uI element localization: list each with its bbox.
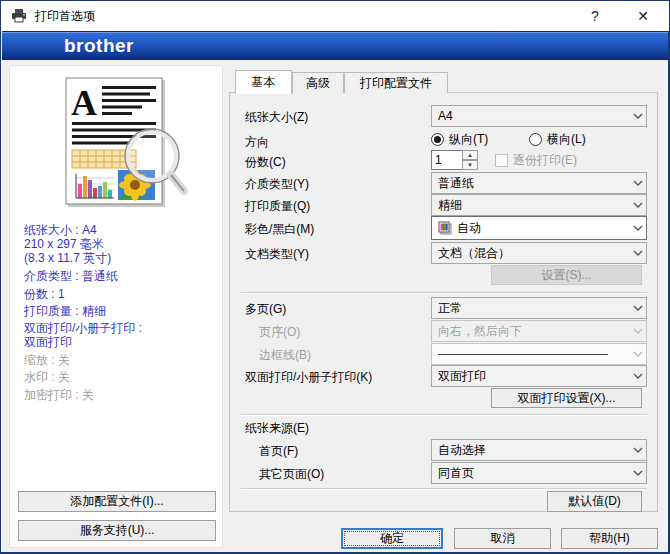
orientation-portrait-label: 纵向(T) (449, 131, 488, 148)
window-title: 打印首选项 (35, 8, 95, 25)
multipage-value: 正常 (438, 300, 462, 317)
separator (241, 292, 647, 294)
color-mode-select[interactable]: 自动 (431, 216, 647, 240)
summary-copies: 份数 : 1 (24, 286, 65, 303)
summary-secure-print: 加密打印 : 关 (24, 387, 94, 404)
summary-quality: 打印质量 : 精细 (24, 303, 106, 320)
page-order-value: 向右，然后向下 (438, 323, 522, 340)
copies-input[interactable]: 1 (431, 150, 463, 170)
duplex-label: 双面打印/小册子打印(K) (245, 369, 372, 386)
add-profile-button[interactable]: 添加配置文件(I)... (18, 491, 216, 512)
chevron-down-icon (633, 305, 643, 311)
copies-stepper[interactable]: ▲ ▼ (462, 150, 478, 170)
media-type-label: 介质类型(Y) (245, 176, 309, 193)
color-pages-icon (438, 221, 452, 235)
document-type-select[interactable]: 文档（混合） (431, 242, 647, 264)
checkbox-unchecked-icon (495, 154, 508, 167)
chevron-down-icon (633, 202, 643, 208)
border-line-select (431, 343, 647, 365)
summary-media-type: 介质类型 : 普通纸 (24, 268, 118, 285)
chevron-down-icon (633, 225, 643, 231)
titlebar-close-button[interactable]: ✕ (621, 1, 665, 31)
duplex-select[interactable]: 双面打印 (431, 365, 647, 387)
chevron-down-icon (633, 180, 643, 186)
document-type-label: 文档类型(Y) (245, 246, 309, 263)
separator (241, 414, 647, 416)
radio-unselected-icon (529, 133, 542, 146)
paper-size-value: A4 (438, 109, 453, 123)
print-preferences-dialog: 打印首选项 ? ✕ brother A (0, 0, 670, 554)
printer-icon (11, 9, 27, 23)
orientation-portrait-radio[interactable]: 纵向(T) (431, 131, 488, 148)
tab-advanced[interactable]: 高级 (292, 72, 344, 93)
chevron-down-icon (633, 351, 643, 357)
print-quality-value: 精细 (438, 197, 462, 214)
print-quality-label: 打印质量(Q) (245, 198, 310, 215)
print-quality-select[interactable]: 精细 (431, 194, 647, 216)
color-mode-label: 彩色/黑白(M) (245, 221, 314, 238)
title-bar: 打印首选项 ? ✕ (1, 1, 669, 31)
ok-button[interactable]: 确定 (341, 528, 443, 549)
border-line-label: 边框线(B) (259, 347, 311, 364)
summary-duplex-value: 双面打印 (24, 334, 72, 351)
orientation-label: 方向 (245, 134, 269, 151)
chevron-down-icon (633, 470, 643, 476)
settings-button: 设置(S)... (491, 265, 642, 285)
svg-text:A: A (71, 83, 97, 123)
first-page-value: 自动选择 (438, 442, 486, 459)
media-type-select[interactable]: 普通纸 (431, 172, 647, 194)
titlebar-help-button[interactable]: ? (573, 1, 617, 31)
paper-size-select[interactable]: A4 (431, 105, 647, 127)
document-preview-image: A (36, 74, 196, 216)
duplex-value: 双面打印 (438, 368, 486, 385)
document-preview: A (36, 74, 196, 219)
page-order-select: 向右，然后向下 (431, 320, 647, 342)
page-order-label: 页序(O) (259, 324, 300, 341)
paper-source-label: 纸张来源(E) (245, 420, 309, 437)
chevron-down-icon (633, 373, 643, 379)
default-button[interactable]: 默认值(D) (547, 491, 642, 512)
multipage-label: 多页(G) (245, 301, 286, 318)
media-type-value: 普通纸 (438, 175, 474, 192)
duplex-settings-button[interactable]: 双面打印设置(X)... (491, 388, 642, 408)
chevron-down-icon (633, 250, 643, 256)
preview-panel: A (9, 65, 223, 548)
chevron-down-icon (633, 328, 643, 334)
tab-print-profiles[interactable]: 打印配置文件 (344, 72, 448, 93)
support-button[interactable]: 服务支持(U)... (18, 520, 216, 541)
collate-label: 逐份打印(E) (513, 152, 577, 169)
brand-banner: brother (2, 31, 668, 60)
color-mode-value: 自动 (457, 220, 481, 237)
first-page-select[interactable]: 自动选择 (431, 439, 647, 461)
summary-scaling: 缩放 : 关 (24, 352, 70, 369)
summary-paper-inch: (8.3 x 11.7 英寸) (24, 250, 111, 267)
orientation-landscape-radio[interactable]: 横向(L) (529, 131, 586, 148)
other-pages-value: 同首页 (438, 465, 474, 482)
copies-label: 份数(C) (245, 154, 286, 171)
document-type-value: 文档（混合） (438, 245, 510, 262)
collate-checkbox: 逐份打印(E) (495, 152, 577, 169)
border-line-sample (438, 354, 608, 355)
radio-selected-icon (431, 133, 444, 146)
separator (241, 488, 647, 490)
stepper-up-icon[interactable]: ▲ (462, 150, 478, 160)
summary-watermark: 水印 : 关 (24, 369, 70, 386)
orientation-landscape-label: 横向(L) (547, 131, 586, 148)
multipage-select[interactable]: 正常 (431, 297, 647, 319)
cancel-button[interactable]: 取消 (454, 528, 551, 549)
stepper-down-icon[interactable]: ▼ (462, 160, 478, 170)
tab-basic[interactable]: 基本 (235, 70, 292, 94)
other-pages-label: 其它页面(O) (259, 466, 324, 483)
paper-size-label: 纸张大小(Z) (245, 109, 308, 126)
first-page-label: 首页(F) (259, 443, 298, 460)
other-pages-select[interactable]: 同首页 (431, 462, 647, 484)
brother-logo: brother (64, 35, 134, 57)
help-button[interactable]: 帮助(H) (561, 528, 658, 549)
chevron-down-icon (633, 113, 643, 119)
chevron-down-icon (633, 447, 643, 453)
